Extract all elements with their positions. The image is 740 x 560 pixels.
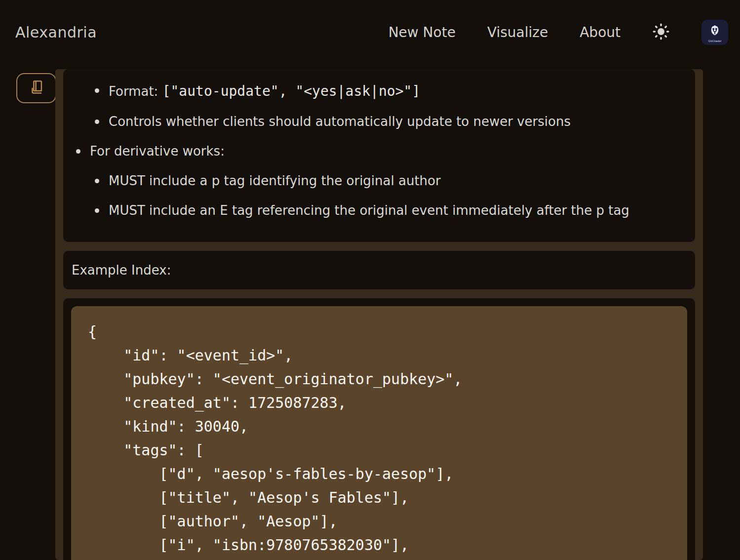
- bullet-text: For derivative works:: [90, 144, 225, 159]
- bullet-text: MUST include an E tag referencing the or…: [109, 203, 629, 218]
- example-index-card: Example Index:: [63, 251, 695, 289]
- nav-new-note[interactable]: New Note: [389, 24, 456, 40]
- list-item: Controls whether clients should automati…: [95, 114, 683, 129]
- list-item: MUST include a p tag identifying the ori…: [95, 173, 683, 189]
- main-nav: New Note Visualize About: [389, 20, 728, 45]
- bullet-text: MUST include a p tag identifying the ori…: [109, 173, 441, 188]
- nav-visualize[interactable]: Visualize: [487, 24, 548, 40]
- theme-toggle-button[interactable]: [652, 23, 670, 42]
- sun-icon: [652, 23, 670, 42]
- json-code-block: { "id": "<event_id>", "pubkey": "<event_…: [71, 306, 687, 560]
- spec-bullet-list: Format: ["auto-update", "<yes|ask|no>"] …: [75, 83, 683, 218]
- reader-sidebar-toggle[interactable]: [16, 73, 56, 103]
- example-code-card: { "id": "<event_id>", "pubkey": "<event_…: [63, 298, 695, 560]
- list-item: For derivative works:: [76, 144, 683, 159]
- logo-caption: GitCitadel: [708, 40, 721, 42]
- bullet-text: Format:: [109, 84, 162, 99]
- gitcitadel-logo[interactable]: GitCitadel: [701, 20, 728, 45]
- spec-bullets-card: Format: ["auto-update", "<yes|ask|no>"] …: [63, 69, 695, 242]
- list-item: MUST include an E tag referencing the or…: [95, 203, 683, 218]
- owl-icon: [707, 24, 722, 39]
- document-panel: Format: ["auto-update", "<yes|ask|no>"] …: [55, 69, 703, 560]
- list-item: Format: ["auto-update", "<yes|ask|no>"]: [95, 83, 683, 100]
- example-index-label: Example Index:: [72, 263, 687, 278]
- inline-code: ["auto-update", "<yes|ask|no>"]: [162, 83, 421, 99]
- app-header: Alexandria New Note Visualize About: [0, 0, 740, 64]
- app-title: Alexandria: [15, 24, 97, 41]
- book-icon: [28, 79, 45, 97]
- nav-about[interactable]: About: [580, 24, 621, 40]
- bullet-text: Controls whether clients should automati…: [109, 114, 571, 129]
